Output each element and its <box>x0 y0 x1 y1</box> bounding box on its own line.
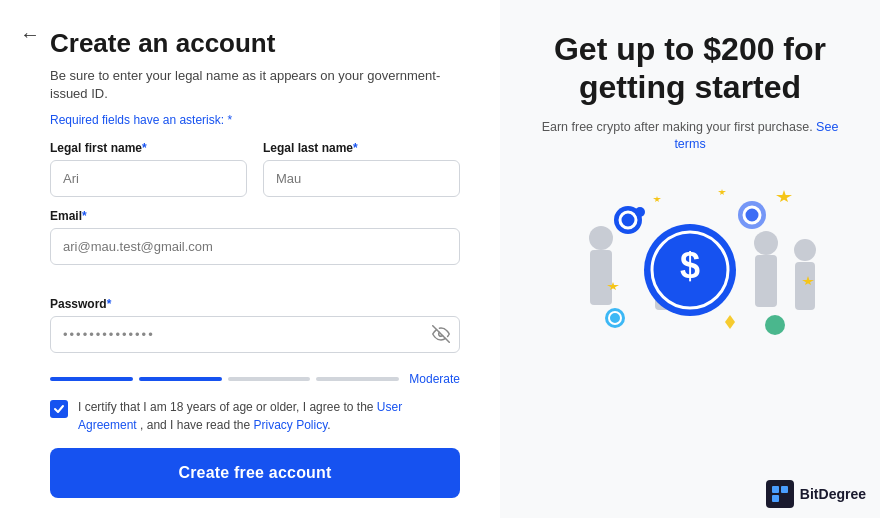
svg-point-24 <box>765 315 785 335</box>
eye-off-icon <box>432 325 450 343</box>
back-arrow-icon: ← <box>20 23 40 46</box>
svg-rect-29 <box>781 495 788 502</box>
bitdegree-badge: BitDegree <box>766 480 866 508</box>
svg-marker-21 <box>653 196 661 202</box>
name-row: Legal first name* Legal last name* <box>50 141 460 197</box>
svg-point-8 <box>794 239 816 261</box>
cert-checkbox[interactable] <box>50 400 68 418</box>
bitdegree-icon <box>766 480 794 508</box>
svg-point-14 <box>635 207 645 217</box>
strength-seg-2 <box>139 377 222 381</box>
password-label: Password* <box>50 297 460 311</box>
right-panel: Get up to $200 for getting started Earn … <box>500 0 880 518</box>
password-group: Password* <box>50 297 460 372</box>
password-input-wrapper <box>50 316 460 353</box>
bitdegree-label: BitDegree <box>800 486 866 502</box>
svg-rect-26 <box>772 486 779 493</box>
left-panel: ← Create an account Be sure to enter you… <box>0 0 500 518</box>
password-toggle-button[interactable] <box>432 325 450 343</box>
svg-marker-20 <box>718 189 726 195</box>
first-name-group: Legal first name* <box>50 141 247 197</box>
email-input[interactable] <box>50 228 460 265</box>
strength-label: Moderate <box>409 372 460 386</box>
last-name-label: Legal last name* <box>263 141 460 155</box>
promo-illustration: $ <box>560 170 820 350</box>
cert-text: I certify that I am 18 years of age or o… <box>78 398 460 434</box>
last-name-input[interactable] <box>263 160 460 197</box>
svg-rect-7 <box>795 262 815 310</box>
svg-rect-28 <box>772 495 779 502</box>
svg-rect-1 <box>590 250 612 305</box>
svg-marker-25 <box>725 315 735 329</box>
strength-seg-4 <box>316 377 399 381</box>
page-title: Create an account <box>50 28 460 59</box>
svg-rect-27 <box>781 486 788 493</box>
back-button[interactable]: ← <box>14 18 46 50</box>
svg-text:$: $ <box>680 245 700 286</box>
bitdegree-logo-icon <box>770 484 790 504</box>
svg-rect-5 <box>755 255 777 307</box>
password-strength-bar: Moderate <box>50 372 460 386</box>
password-input[interactable] <box>50 316 460 353</box>
last-name-group: Legal last name* <box>263 141 460 197</box>
promo-subtitle: Earn free crypto after making your first… <box>530 119 850 154</box>
svg-point-13 <box>620 212 636 228</box>
strength-seg-3 <box>228 377 311 381</box>
svg-point-6 <box>754 231 778 255</box>
email-group: Email* <box>50 209 460 284</box>
privacy-policy-link[interactable]: Privacy Policy <box>253 418 327 432</box>
svg-point-16 <box>744 207 760 223</box>
illustration-svg: $ <box>560 170 820 350</box>
first-name-input[interactable] <box>50 160 247 197</box>
svg-point-23 <box>609 312 621 324</box>
subtitle: Be sure to enter your legal name as it a… <box>50 67 460 103</box>
checkmark-icon <box>53 403 65 415</box>
create-account-button[interactable]: Create free account <box>50 448 460 498</box>
promo-title: Get up to $200 for getting started <box>530 30 850 107</box>
svg-marker-17 <box>776 190 792 202</box>
required-note: Required fields have an asterisk: * <box>50 113 460 127</box>
email-label: Email* <box>50 209 460 223</box>
certification-row: I certify that I am 18 years of age or o… <box>50 398 460 434</box>
svg-point-2 <box>589 226 613 250</box>
strength-seg-1 <box>50 377 133 381</box>
first-name-label: Legal first name* <box>50 141 247 155</box>
